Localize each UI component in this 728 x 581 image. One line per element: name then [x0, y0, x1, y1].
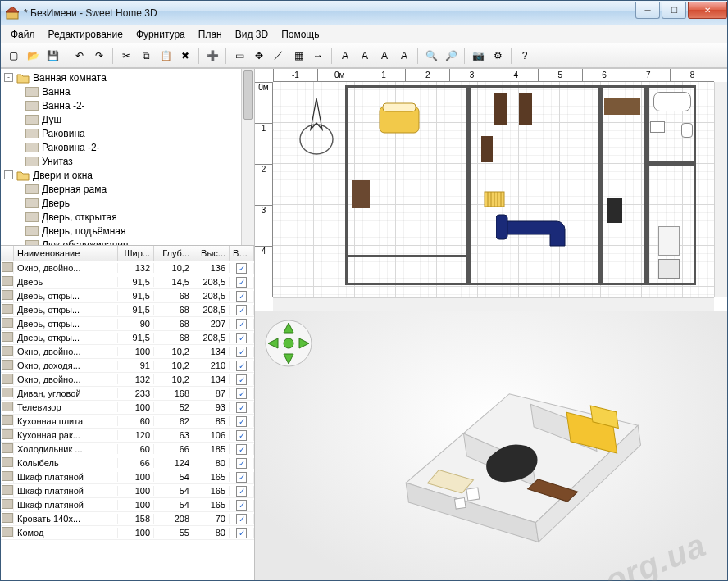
- catalog-category[interactable]: -Ванная комната: [1, 70, 241, 84]
- catalog-item[interactable]: Ванна -2-: [1, 98, 241, 112]
- furniture-stove[interactable]: [658, 259, 680, 279]
- plan-grid[interactable]: [273, 82, 714, 297]
- new-button[interactable]: ▢: [4, 47, 22, 65]
- catalog-item[interactable]: Дверь: [1, 196, 241, 210]
- table-row[interactable]: Окно, двойно...13210,2134✓: [1, 373, 254, 387]
- furniture-dresser[interactable]: [352, 180, 370, 208]
- table-row[interactable]: Шкаф платяной10054165✓: [1, 498, 254, 512]
- menu-файл[interactable]: Файл: [4, 27, 42, 42]
- col-header[interactable]: Выс...: [193, 246, 230, 261]
- visible-checkbox[interactable]: ✓: [236, 472, 247, 483]
- table-row[interactable]: Дверь, откры...91,568208,5✓: [1, 303, 254, 317]
- room-button[interactable]: ▦: [289, 47, 307, 65]
- menu-помощь[interactable]: Помощь: [275, 27, 325, 42]
- menu-план[interactable]: План: [192, 27, 229, 42]
- add-furn-button[interactable]: ➕: [203, 47, 221, 65]
- col-header[interactable]: [1, 246, 14, 261]
- furniture-sofa[interactable]: [496, 205, 576, 251]
- menu-фурнитура[interactable]: Фурнитура: [130, 27, 192, 42]
- table-row[interactable]: Кухонная рак...12063106✓: [1, 429, 254, 443]
- furniture-fridge[interactable]: [658, 226, 680, 256]
- catalog-item[interactable]: Дверная рама: [1, 182, 241, 196]
- visible-checkbox[interactable]: ✓: [236, 305, 247, 315]
- furniture-wardrobe[interactable]: [494, 93, 507, 125]
- table-row[interactable]: Дверь, откры...91,568208,5✓: [1, 289, 254, 303]
- visible-checkbox[interactable]: ✓: [236, 486, 247, 497]
- furniture-toilet[interactable]: [681, 123, 693, 138]
- zoom-in-button[interactable]: 🔍: [422, 47, 440, 65]
- table-row[interactable]: Колыбель6612480✓: [1, 456, 254, 470]
- visible-checkbox[interactable]: ✓: [236, 444, 247, 455]
- catalog-item[interactable]: Унитаз: [1, 154, 241, 168]
- prefs-button[interactable]: ⚙: [489, 47, 507, 65]
- visible-checkbox[interactable]: ✓: [236, 514, 247, 524]
- furniture-bed[interactable]: [378, 102, 421, 138]
- table-row[interactable]: Холодильник ...6066185✓: [1, 443, 254, 456]
- text-bo-button[interactable]: A: [375, 47, 394, 65]
- plan-scrollbar-v[interactable]: [714, 82, 727, 297]
- close-button[interactable]: ✕: [688, 2, 727, 19]
- expand-icon[interactable]: -: [4, 170, 13, 179]
- delete-button[interactable]: ✖: [176, 47, 194, 65]
- visible-checkbox[interactable]: ✓: [236, 374, 247, 385]
- table-row[interactable]: Шкаф платяной10054165✓: [1, 470, 254, 484]
- visible-checkbox[interactable]: ✓: [236, 500, 247, 511]
- save-button[interactable]: 💾: [43, 47, 61, 65]
- visible-checkbox[interactable]: ✓: [236, 388, 247, 399]
- table-row[interactable]: Дверь91,514,5208,5✓: [1, 275, 254, 289]
- furniture-table[interactable]: НаименованиеШир...Глуб...Выс...Ви... Окн…: [1, 246, 254, 580]
- furniture-wardrobe[interactable]: [519, 93, 532, 125]
- plan-scrollbar-h[interactable]: [273, 297, 714, 311]
- cut-button[interactable]: ✂: [117, 47, 135, 65]
- visible-checkbox[interactable]: ✓: [236, 291, 247, 302]
- dimension-button[interactable]: ↔: [309, 47, 327, 65]
- table-row[interactable]: Дверь, откры...9068207✓: [1, 317, 254, 331]
- pan-button[interactable]: ✥: [250, 47, 268, 65]
- table-row[interactable]: Диван, угловой23316887✓: [1, 387, 254, 401]
- furniture-crib[interactable]: [483, 190, 506, 208]
- furniture-catalog[interactable]: -Ванная комнатаВаннаВанна -2-ДушРаковина…: [1, 69, 254, 246]
- catalog-category[interactable]: -Двери и окна: [1, 168, 241, 182]
- plan-view[interactable]: -10м12345678 0м1234: [255, 69, 727, 311]
- table-header[interactable]: НаименованиеШир...Глуб...Выс...Ви...: [1, 246, 254, 261]
- redo-button[interactable]: ↷: [90, 47, 108, 65]
- table-row[interactable]: Шкаф платяной10054165✓: [1, 484, 254, 498]
- table-row[interactable]: Окно, доходя...9110,2210✓: [1, 359, 254, 373]
- select-button[interactable]: ▭: [230, 47, 248, 65]
- help-button[interactable]: ?: [516, 47, 534, 65]
- paste-button[interactable]: 📋: [157, 47, 175, 65]
- visible-checkbox[interactable]: ✓: [236, 430, 247, 441]
- furniture-sink[interactable]: [650, 121, 665, 133]
- catalog-item[interactable]: Раковина -2-: [1, 140, 241, 154]
- table-row[interactable]: Кухонная плита606285✓: [1, 415, 254, 429]
- expand-icon[interactable]: -: [4, 73, 13, 82]
- catalog-item[interactable]: Дверь, открытая: [1, 210, 241, 224]
- view-3d[interactable]: biblprog.org.ua: [255, 311, 727, 580]
- col-header[interactable]: Глуб...: [154, 246, 193, 261]
- catalog-item[interactable]: Люк обслуживания: [1, 238, 241, 245]
- menu-редактирование[interactable]: Редактирование: [42, 27, 130, 42]
- furniture-wardrobe[interactable]: [481, 136, 493, 162]
- text-it-button[interactable]: A: [356, 47, 374, 65]
- camera-button[interactable]: 📷: [469, 47, 487, 65]
- catalog-scrollbar[interactable]: [241, 69, 254, 245]
- navigation-control[interactable]: [265, 320, 312, 367]
- wall-button[interactable]: ／: [270, 47, 288, 65]
- table-row[interactable]: Окно, двойно...10010,2134✓: [1, 345, 254, 359]
- visible-checkbox[interactable]: ✓: [236, 416, 247, 427]
- visible-checkbox[interactable]: ✓: [236, 402, 247, 413]
- catalog-item[interactable]: Душ: [1, 112, 241, 126]
- visible-checkbox[interactable]: ✓: [236, 528, 247, 538]
- table-row[interactable]: Окно, двойно...13210,2136✓: [1, 261, 254, 275]
- col-header[interactable]: Ви...: [230, 246, 254, 261]
- text-a-button[interactable]: A: [395, 47, 413, 65]
- col-header[interactable]: Шир...: [118, 246, 154, 261]
- text-big-button[interactable]: A: [336, 47, 354, 65]
- catalog-item[interactable]: Ванна: [1, 84, 241, 98]
- catalog-item[interactable]: Раковина: [1, 126, 241, 140]
- visible-checkbox[interactable]: ✓: [236, 263, 247, 274]
- open-button[interactable]: 📂: [24, 47, 42, 65]
- zoom-out-button[interactable]: 🔎: [442, 47, 460, 65]
- copy-button[interactable]: ⧉: [137, 47, 155, 65]
- table-row[interactable]: Телевизор1005293✓: [1, 401, 254, 415]
